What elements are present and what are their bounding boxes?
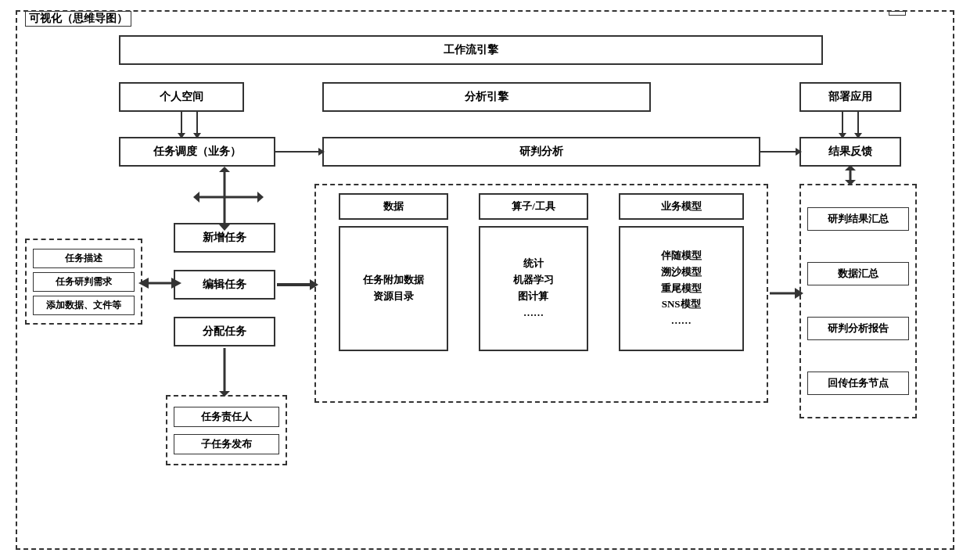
svg-marker-14 <box>219 167 230 172</box>
task-req-item: 任务研判需求 <box>33 272 135 292</box>
add-data-item: 添加数据、文件等 <box>33 296 135 315</box>
svg-marker-17 <box>193 192 199 203</box>
assign-task-box: 分配任务 <box>174 317 275 346</box>
diagram-title: 可视化（思维导图） <box>25 11 131 27</box>
model-share-label <box>889 11 906 16</box>
personal-space-box: 个人空间 <box>119 82 244 112</box>
task-desc-item: 任务描述 <box>33 249 135 268</box>
task-owner-box: 任务责任人 子任务发布 <box>166 395 287 465</box>
svg-marker-16 <box>257 192 264 203</box>
task-owner-item: 任务责任人 <box>174 407 279 427</box>
result-box: 研判结果汇总 数据汇总 研判分析报告 回传任务节点 <box>799 184 917 418</box>
stat-algo-box: 统计 机器学习 图计算 …… <box>479 226 588 351</box>
task-info-box: 任务描述 任务研判需求 添加数据、文件等 <box>25 239 142 325</box>
workflow-box: 工作流引擎 <box>119 35 823 65</box>
data-header: 数据 <box>339 193 448 220</box>
data-summary-item: 数据汇总 <box>807 262 909 285</box>
result-summary-item: 研判结果汇总 <box>807 207 909 231</box>
return-task-item: 回传任务节点 <box>807 372 909 395</box>
companion-model-box: 伴随模型 溯沙模型 重尾模型 SNS模型 …… <box>619 226 744 351</box>
result-feedback-box: 结果反馈 <box>799 137 901 167</box>
research-analysis-box: 研判分析 <box>322 137 760 167</box>
biz-model-header: 业务模型 <box>619 193 744 220</box>
analysis-engine-box: 分析引擎 <box>322 82 651 112</box>
sub-task-item: 子任务发布 <box>174 434 279 454</box>
task-attach-data-box: 任务附加数据 资源目录 <box>339 226 448 351</box>
edit-task-box: 编辑任务 <box>174 270 275 300</box>
deploy-app-box: 部署应用 <box>799 82 901 112</box>
add-task-box: 新增任务 <box>174 223 275 253</box>
main-diagram: 可视化（思维导图） 工作流引擎 个人空间 分析引擎 部署应用 任务调度（业务） … <box>16 10 954 550</box>
analysis-report-item: 研判分析报告 <box>807 317 909 340</box>
analysis-inner-box: 数据 算子/工具 业务模型 任务附加数据 资源目录 统计 机器学习 图计算 ……… <box>314 184 768 403</box>
algorithm-header: 算子/工具 <box>479 193 588 220</box>
task-schedule-box: 任务调度（业务） <box>119 137 275 167</box>
